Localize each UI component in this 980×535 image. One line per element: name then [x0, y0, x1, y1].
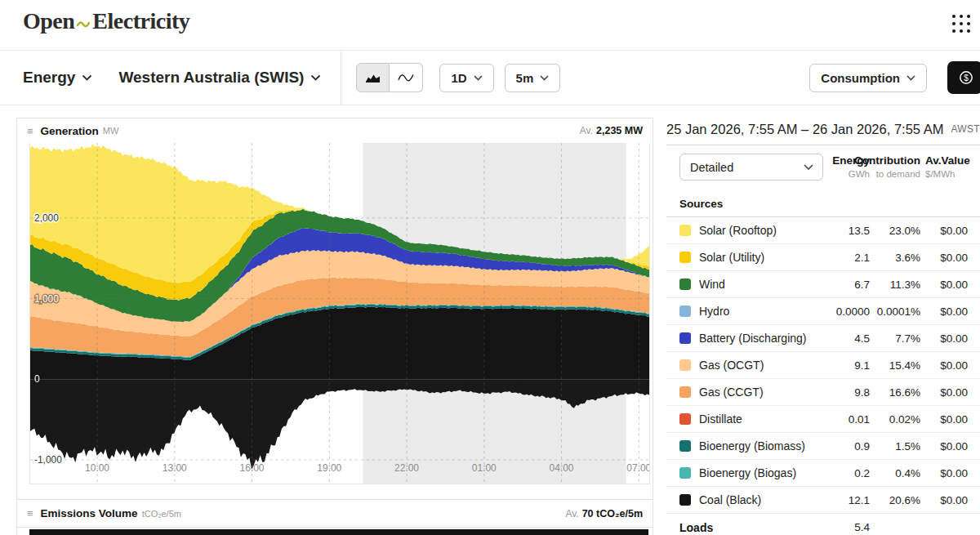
chevron-down-icon	[540, 75, 549, 81]
toolbar-divider	[341, 51, 341, 105]
region-label: Western Australia (SWIS)	[118, 69, 304, 87]
currency-button[interactable]: $	[950, 61, 980, 94]
source-row-gas-ocgt[interactable]: Gas (OCGT)9.115.4%$0.00	[666, 352, 980, 379]
generation-unit: MW	[103, 126, 119, 136]
chart-type-toggle	[356, 63, 423, 92]
y-axis-label: 2,000	[34, 212, 59, 224]
source-color-swatch	[679, 386, 691, 398]
source-contribution: 16.6%	[870, 386, 920, 399]
source-row-bioenergy-biomass[interactable]: Bioenergy (Biomass)0.91.5%$0.00	[666, 433, 980, 460]
emissions-title: Emissions Volume	[41, 507, 138, 519]
source-energy: 0.0000	[813, 305, 870, 318]
generation-average: Av.2,235 MW	[580, 125, 643, 136]
source-av-value: $0.00	[920, 386, 968, 399]
area-chart-button[interactable]	[356, 63, 390, 92]
source-color-swatch	[679, 359, 691, 371]
source-label: Wind	[699, 278, 813, 291]
source-av-value: $0.00	[920, 359, 968, 372]
apps-grid-icon[interactable]	[951, 13, 972, 34]
details-panel: 25 Jan 2026, 7:55 AM – 26 Jan 2026, 7:55…	[666, 118, 980, 535]
generation-chart[interactable]: 2,0001,0000-1,00010:0013:0016:0019:0022:…	[29, 143, 650, 484]
detail-level-value: Detailed	[690, 161, 733, 174]
source-energy: 6.7	[813, 279, 870, 291]
source-label: Gas (CCGT)	[699, 386, 813, 399]
drag-handle-icon[interactable]: ≡	[27, 507, 33, 519]
source-label: Battery (Discharging)	[699, 332, 813, 345]
sources-rows: Solar (Rooftop)13.523.0%$0.00Solar (Util…	[666, 217, 980, 514]
source-color-swatch	[679, 494, 691, 506]
top-header: Open Electricity	[0, 0, 980, 51]
metric-dropdown[interactable]: Energy	[23, 69, 92, 87]
source-row-coal-black[interactable]: Coal (Black)12.120.6%$0.00	[666, 487, 980, 514]
line-chart-icon	[398, 72, 414, 83]
source-color-swatch	[679, 413, 691, 425]
source-row-distillate[interactable]: Distillate0.010.02%$0.00	[666, 406, 980, 433]
loads-energy: 5.4	[813, 521, 870, 533]
source-contribution: 0.4%	[870, 467, 920, 479]
column-header-av-value: Av.Value $/MWh	[925, 154, 970, 179]
source-color-swatch	[679, 467, 691, 479]
source-row-hydro[interactable]: Hydro0.00000.0001%$0.00	[666, 298, 980, 325]
source-color-swatch	[679, 332, 691, 344]
chevron-down-icon	[906, 75, 915, 81]
sources-section-label: Sources	[666, 191, 980, 217]
metric-label: Energy	[23, 69, 75, 87]
source-energy: 2.1	[813, 252, 870, 264]
column-header-contribution: Contribution to demand	[847, 154, 920, 179]
source-color-swatch	[679, 279, 691, 290]
x-axis-label: 16:00	[240, 462, 265, 474]
chevron-down-icon	[474, 75, 483, 81]
source-contribution: 0.02%	[870, 413, 920, 426]
source-energy: 0.9	[813, 440, 870, 453]
source-av-value: $0.00	[920, 252, 968, 264]
y-axis-label: 0	[34, 373, 40, 385]
source-energy: 9.8	[813, 386, 870, 399]
source-energy: 4.5	[813, 332, 870, 345]
source-av-value: $0.00	[920, 467, 968, 479]
line-chart-button[interactable]	[390, 63, 423, 92]
source-av-value: $0.00	[920, 305, 968, 318]
source-row-solar-rooftop[interactable]: Solar (Rooftop)13.523.0%$0.00	[666, 217, 980, 244]
x-axis-label: 01:00	[472, 462, 497, 474]
source-row-gas-ccgt[interactable]: Gas (CCGT)9.816.6%$0.00	[666, 379, 980, 406]
app-logo[interactable]: Open Electricity	[23, 8, 189, 34]
x-axis-label: 22:00	[394, 462, 419, 474]
svg-text:$: $	[964, 74, 969, 82]
source-row-bioenergy-biogas[interactable]: Bioenergy (Biogas)0.20.4%$0.00	[666, 460, 980, 487]
source-label: Solar (Rooftop)	[699, 224, 813, 237]
toolbar: Energy Western Australia (SWIS) 1D 5m Co…	[0, 51, 980, 105]
source-av-value: $0.00	[920, 440, 968, 453]
loads-row[interactable]: Loads 5.4	[666, 514, 980, 535]
source-av-value: $0.00	[920, 413, 968, 426]
x-axis-label: 13:00	[163, 462, 187, 474]
source-label: Distillate	[699, 412, 813, 426]
source-contribution: 3.6%	[870, 252, 920, 264]
source-row-wind[interactable]: Wind6.711.3%$0.00	[666, 271, 980, 298]
logo-text-electricity: Electricity	[92, 8, 189, 34]
x-axis-label: 04:00	[550, 462, 574, 474]
source-label: Hydro	[699, 305, 813, 318]
chevron-down-icon	[82, 74, 92, 81]
source-av-value: $0.00	[920, 225, 968, 237]
region-dropdown[interactable]: Western Australia (SWIS)	[118, 69, 321, 87]
date-row: 25 Jan 2026, 7:55 AM – 26 Jan 2026, 7:55…	[666, 118, 980, 145]
y-axis-label: -1,000	[34, 454, 62, 466]
source-av-value: $0.00	[920, 332, 968, 345]
source-label: Bioenergy (Biomass)	[699, 439, 813, 453]
range-dropdown[interactable]: 1D	[439, 64, 493, 92]
source-energy: 13.5	[813, 225, 870, 237]
drag-handle-icon[interactable]: ≡	[27, 125, 33, 137]
detail-level-select[interactable]: Detailed	[679, 154, 823, 181]
source-contribution: 0.0001%	[870, 305, 920, 318]
source-energy: 0.01	[813, 413, 870, 426]
view-dropdown[interactable]: Consumption	[809, 64, 927, 92]
interval-dropdown[interactable]: 5m	[505, 64, 561, 92]
source-contribution: 20.6%	[870, 494, 920, 506]
source-row-solar-utility[interactable]: Solar (Utility)2.13.6%$0.00	[666, 244, 980, 271]
date-range-label: 25 Jan 2026, 7:55 AM – 26 Jan 2026, 7:55…	[666, 122, 943, 137]
source-row-battery-discharging[interactable]: Battery (Discharging)4.57.7%$0.00	[666, 325, 980, 352]
x-axis-label: 19:00	[317, 462, 341, 474]
emissions-unit: tCO₂e/5m	[142, 509, 181, 519]
view-label: Consumption	[821, 71, 900, 85]
generation-card: ≡ Generation MW Av.2,235 MW 2,0001,0000-…	[16, 118, 653, 535]
